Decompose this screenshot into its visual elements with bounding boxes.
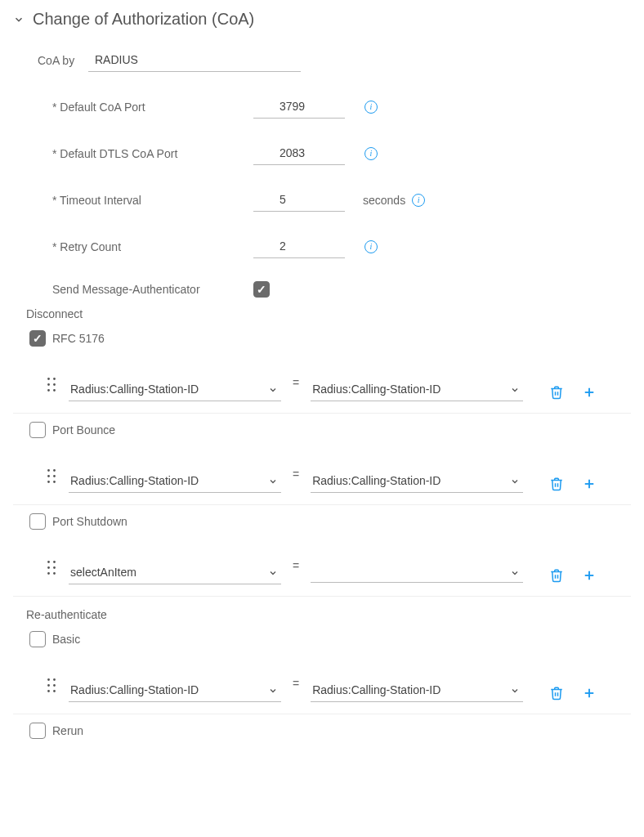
coa-by-row: CoA by bbox=[13, 48, 631, 72]
chevron-down-icon bbox=[510, 685, 520, 695]
disconnect-header: Disconnect bbox=[26, 307, 631, 320]
right-attribute-value: Radius:Calling-Station-ID bbox=[312, 474, 441, 487]
svg-point-19 bbox=[53, 566, 56, 569]
basic-checkbox[interactable] bbox=[29, 631, 46, 647]
rerun-row: Rerun bbox=[13, 723, 631, 739]
chevron-down-icon bbox=[268, 476, 278, 486]
svg-point-16 bbox=[47, 561, 50, 563]
default-coa-port-input[interactable] bbox=[253, 95, 345, 119]
drag-handle-icon[interactable] bbox=[46, 468, 57, 482]
info-icon[interactable]: i bbox=[412, 194, 425, 207]
svg-point-29 bbox=[53, 690, 56, 692]
svg-point-10 bbox=[47, 475, 50, 477]
svg-point-12 bbox=[47, 481, 50, 483]
svg-point-24 bbox=[47, 678, 50, 681]
timeout-interval-row: * Timeout Interval seconds i bbox=[13, 188, 631, 212]
delete-button[interactable] bbox=[549, 477, 564, 491]
chevron-down-icon bbox=[13, 14, 25, 25]
chevron-down-icon bbox=[510, 384, 520, 394]
rerun-label: Rerun bbox=[52, 724, 83, 737]
rerun-checkbox[interactable] bbox=[29, 723, 46, 739]
drag-handle-icon[interactable] bbox=[46, 559, 57, 574]
right-attribute-select[interactable] bbox=[311, 567, 523, 583]
attribute-row: Radius:Calling-Station-ID = Radius:Calli… bbox=[13, 355, 631, 414]
left-attribute-value: selectAnItem bbox=[70, 566, 136, 579]
right-attribute-select[interactable]: Radius:Calling-Station-ID bbox=[311, 474, 523, 493]
equals-label: = bbox=[293, 559, 299, 572]
svg-point-11 bbox=[53, 475, 56, 477]
right-attribute-value: Radius:Calling-Station-ID bbox=[312, 383, 441, 396]
info-icon[interactable]: i bbox=[364, 147, 378, 160]
chevron-down-icon bbox=[510, 567, 520, 577]
left-attribute-select[interactable]: Radius:Calling-Station-ID bbox=[69, 383, 281, 401]
svg-point-4 bbox=[47, 389, 50, 392]
chevron-down-icon bbox=[268, 567, 278, 577]
attribute-row: selectAnItem = bbox=[13, 538, 631, 597]
info-icon[interactable]: i bbox=[364, 240, 378, 253]
basic-label: Basic bbox=[52, 633, 80, 646]
right-attribute-select[interactable]: Radius:Calling-Station-ID bbox=[311, 683, 523, 702]
drag-handle-icon[interactable] bbox=[46, 677, 57, 692]
coa-by-label: CoA by bbox=[38, 54, 88, 67]
send-msg-auth-row: Send Message-Authenticator bbox=[13, 281, 631, 298]
delete-button[interactable] bbox=[549, 385, 564, 400]
svg-point-18 bbox=[47, 566, 50, 569]
port-bounce-checkbox[interactable] bbox=[29, 422, 46, 438]
equals-label: = bbox=[293, 677, 299, 690]
section-title: Change of Authorization (CoA) bbox=[33, 10, 254, 29]
timeout-unit: seconds bbox=[363, 194, 405, 207]
right-attribute-select[interactable]: Radius:Calling-Station-ID bbox=[311, 383, 523, 401]
add-button[interactable] bbox=[582, 385, 597, 400]
left-attribute-value: Radius:Calling-Station-ID bbox=[70, 383, 199, 396]
left-attribute-value: Radius:Calling-Station-ID bbox=[70, 683, 199, 696]
retry-count-input[interactable] bbox=[253, 235, 345, 258]
svg-point-26 bbox=[47, 684, 50, 687]
default-dtls-port-row: * Default DTLS CoA Port i bbox=[13, 141, 631, 165]
svg-point-21 bbox=[53, 572, 56, 575]
add-button[interactable] bbox=[582, 686, 597, 700]
svg-point-5 bbox=[53, 389, 56, 392]
port-bounce-label: Port Bounce bbox=[52, 423, 115, 436]
attribute-row: Radius:Calling-Station-ID = Radius:Calli… bbox=[13, 656, 631, 714]
send-msg-auth-label: Send Message-Authenticator bbox=[52, 283, 253, 296]
info-icon[interactable]: i bbox=[364, 101, 378, 114]
svg-point-17 bbox=[53, 561, 56, 563]
retry-count-label: * Retry Count bbox=[52, 240, 253, 253]
svg-point-2 bbox=[47, 383, 50, 386]
port-shutdown-label: Port Shutdown bbox=[52, 515, 127, 528]
left-attribute-select[interactable]: Radius:Calling-Station-ID bbox=[69, 683, 281, 702]
left-attribute-select[interactable]: selectAnItem bbox=[69, 566, 281, 584]
svg-point-1 bbox=[53, 378, 56, 380]
svg-point-20 bbox=[47, 572, 50, 575]
left-attribute-value: Radius:Calling-Station-ID bbox=[70, 474, 199, 487]
svg-point-25 bbox=[53, 678, 56, 681]
port-shutdown-checkbox[interactable] bbox=[29, 513, 46, 530]
default-dtls-port-label: * Default DTLS CoA Port bbox=[52, 147, 253, 160]
svg-point-13 bbox=[53, 481, 56, 483]
equals-label: = bbox=[293, 468, 299, 481]
port-shutdown-row: Port Shutdown bbox=[13, 513, 631, 530]
svg-point-8 bbox=[47, 469, 50, 472]
delete-button[interactable] bbox=[549, 686, 564, 700]
left-attribute-select[interactable]: Radius:Calling-Station-ID bbox=[69, 474, 281, 493]
right-attribute-value: Radius:Calling-Station-ID bbox=[312, 683, 441, 696]
equals-label: = bbox=[293, 376, 299, 389]
rfc5176-checkbox[interactable] bbox=[29, 330, 46, 347]
svg-point-27 bbox=[53, 684, 56, 687]
section-header[interactable]: Change of Authorization (CoA) bbox=[13, 10, 631, 29]
send-msg-auth-checkbox[interactable] bbox=[253, 281, 270, 298]
default-coa-port-row: * Default CoA Port i bbox=[13, 95, 631, 119]
coa-by-input[interactable] bbox=[88, 48, 301, 72]
chevron-down-icon bbox=[510, 476, 520, 486]
chevron-down-icon bbox=[268, 685, 278, 695]
delete-button[interactable] bbox=[549, 568, 564, 583]
add-button[interactable] bbox=[582, 477, 597, 491]
chevron-down-icon bbox=[268, 384, 278, 394]
drag-handle-icon[interactable] bbox=[46, 376, 57, 391]
rfc5176-row: RFC 5176 bbox=[13, 330, 631, 347]
timeout-interval-input[interactable] bbox=[253, 188, 345, 212]
default-dtls-port-input[interactable] bbox=[253, 141, 345, 165]
add-button[interactable] bbox=[582, 568, 597, 583]
rfc5176-label: RFC 5176 bbox=[52, 332, 105, 345]
svg-point-9 bbox=[53, 469, 56, 472]
